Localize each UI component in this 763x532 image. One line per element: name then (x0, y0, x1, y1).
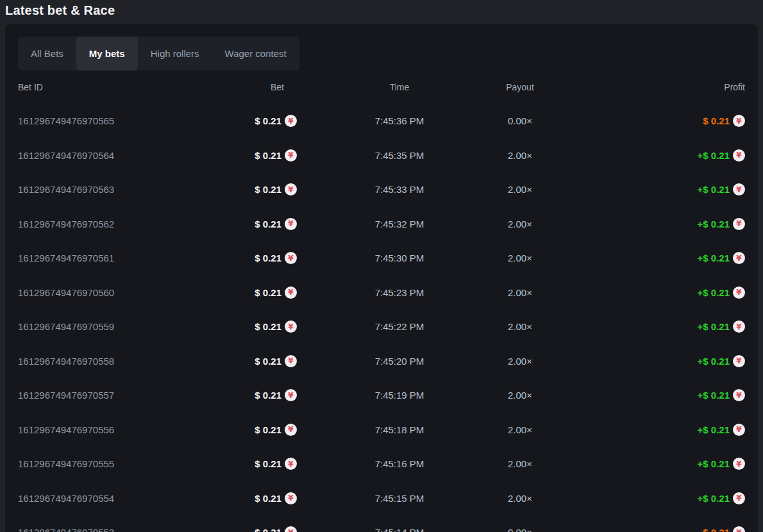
table-row[interactable]: 161296749476970558$ 0.21¥7:45:20 PM2.00×… (18, 344, 745, 379)
payout-cell: 2.00× (502, 390, 538, 401)
bet-amount-cell: $ 0.21¥ (197, 115, 297, 127)
table-row[interactable]: 161296749476970559$ 0.21¥7:45:22 PM2.00×… (18, 310, 745, 344)
profit-cell: +$ 0.21¥ (538, 458, 745, 470)
bet-amount-cell: $ 0.21¥ (197, 320, 297, 333)
payout-cell: 2.00× (502, 493, 538, 504)
profit-cell: +$ 0.21¥ (538, 287, 745, 299)
time-cell: 7:45:20 PM (297, 356, 502, 367)
bet-amount: $ 0.21 (255, 253, 281, 263)
bet-id-cell: 161296749476970556 (18, 424, 197, 435)
time-cell: 7:45:36 PM (297, 115, 502, 126)
profit-cell: $ 0.21¥ (538, 526, 745, 532)
currency-jpy-icon: ¥ (285, 526, 297, 532)
page-title: Latest bet & Race (5, 3, 763, 18)
currency-jpy-icon: ¥ (285, 252, 297, 264)
bet-amount-cell: $ 0.21¥ (197, 389, 297, 401)
time-cell: 7:45:14 PM (297, 527, 502, 532)
bet-amount-cell: $ 0.21¥ (197, 218, 297, 230)
table-row[interactable]: 161296749476970554$ 0.21¥7:45:15 PM2.00×… (18, 481, 745, 516)
currency-jpy-icon: ¥ (285, 492, 297, 504)
profit-amount: +$ 0.21 (698, 356, 730, 367)
profit-cell: +$ 0.21¥ (538, 149, 745, 162)
bet-amount-cell: $ 0.21¥ (197, 492, 297, 504)
bets-tab-bar: All BetsMy betsHigh rollersWager contest (18, 37, 299, 71)
currency-jpy-icon: ¥ (285, 424, 297, 436)
currency-jpy-icon: ¥ (285, 458, 297, 470)
bet-amount-cell: $ 0.21¥ (197, 458, 297, 470)
profit-cell: +$ 0.21¥ (538, 355, 745, 367)
bet-amount: $ 0.21 (255, 321, 281, 332)
time-cell: 7:45:23 PM (297, 287, 502, 298)
payout-cell: 2.00× (502, 424, 538, 435)
time-cell: 7:45:19 PM (297, 390, 502, 401)
currency-jpy-icon: ¥ (733, 526, 745, 532)
payout-cell: 2.00× (502, 150, 538, 161)
currency-jpy-icon: ¥ (285, 355, 297, 367)
tab-high-rollers[interactable]: High rollers (138, 37, 212, 71)
currency-jpy-icon: ¥ (285, 149, 297, 162)
table-row[interactable]: 161296749476970565$ 0.21¥7:45:36 PM0.00×… (18, 104, 745, 138)
table-row[interactable]: 161296749476970555$ 0.21¥7:45:16 PM2.00×… (18, 447, 745, 481)
bet-id-cell: 161296749476970560 (18, 287, 197, 298)
bet-id-cell: 161296749476970553 (18, 527, 197, 532)
payout-cell: 2.00× (502, 219, 538, 229)
currency-jpy-icon: ¥ (733, 183, 745, 195)
bet-amount: $ 0.21 (255, 184, 281, 195)
bet-id-cell: 161296749476970562 (18, 219, 197, 229)
bet-id-cell: 161296749476970565 (18, 115, 197, 126)
profit-amount: +$ 0.21 (698, 321, 730, 332)
table-row[interactable]: 161296749476970553$ 0.21¥7:45:14 PM0.00×… (18, 515, 745, 532)
tab-all-bets[interactable]: All Bets (18, 37, 76, 71)
profit-cell: +$ 0.21¥ (538, 320, 745, 333)
time-cell: 7:45:15 PM (297, 493, 502, 504)
table-row[interactable]: 161296749476970556$ 0.21¥7:45:18 PM2.00×… (18, 413, 745, 447)
tab-my-bets[interactable]: My bets (76, 37, 138, 71)
table-row[interactable]: 161296749476970563$ 0.21¥7:45:33 PM2.00×… (18, 172, 745, 207)
currency-jpy-icon: ¥ (733, 355, 745, 367)
time-cell: 7:45:35 PM (297, 150, 502, 161)
currency-jpy-icon: ¥ (733, 252, 745, 264)
bet-amount-cell: $ 0.21¥ (197, 424, 297, 436)
profit-amount: +$ 0.21 (698, 424, 730, 435)
bet-amount: $ 0.21 (255, 356, 281, 367)
profit-amount: +$ 0.21 (698, 150, 730, 161)
profit-cell: +$ 0.21¥ (538, 218, 745, 230)
currency-jpy-icon: ¥ (285, 218, 297, 230)
payout-cell: 2.00× (502, 253, 538, 263)
currency-jpy-icon: ¥ (733, 287, 745, 299)
bet-amount: $ 0.21 (255, 458, 281, 469)
bet-amount: $ 0.21 (255, 390, 281, 401)
profit-cell: $ 0.21¥ (538, 115, 745, 127)
profit-amount: +$ 0.21 (698, 253, 730, 263)
table-row[interactable]: 161296749476970564$ 0.21¥7:45:35 PM2.00×… (18, 138, 745, 173)
bet-amount: $ 0.21 (255, 424, 281, 435)
payout-cell: 2.00× (502, 321, 538, 332)
bet-id-cell: 161296749476970564 (18, 150, 197, 161)
bet-amount-cell: $ 0.21¥ (197, 252, 297, 264)
bet-amount-cell: $ 0.21¥ (197, 287, 297, 299)
payout-cell: 2.00× (502, 458, 538, 469)
time-cell: 7:45:32 PM (297, 219, 502, 229)
table-row[interactable]: 161296749476970561$ 0.21¥7:45:30 PM2.00×… (18, 241, 745, 276)
profit-amount: +$ 0.21 (698, 184, 730, 195)
profit-cell: +$ 0.21¥ (538, 424, 745, 436)
table-header-row: Bet IDBetTimePayoutProfit (18, 71, 745, 104)
bet-amount-cell: $ 0.21¥ (197, 355, 297, 367)
bet-amount: $ 0.21 (255, 527, 281, 532)
profit-amount: +$ 0.21 (698, 390, 730, 401)
bet-amount: $ 0.21 (255, 493, 281, 504)
profit-cell: +$ 0.21¥ (538, 492, 745, 504)
bet-id-cell: 161296749476970557 (18, 390, 197, 401)
bet-amount: $ 0.21 (255, 287, 281, 298)
bet-id-cell: 161296749476970555 (18, 458, 197, 469)
bet-id-cell: 161296749476970554 (18, 493, 197, 504)
table-row[interactable]: 161296749476970560$ 0.21¥7:45:23 PM2.00×… (18, 276, 745, 310)
bet-id-cell: 161296749476970559 (18, 321, 197, 332)
profit-cell: +$ 0.21¥ (538, 389, 745, 401)
tab-wager-contest[interactable]: Wager contest (212, 37, 299, 71)
time-cell: 7:45:22 PM (297, 321, 502, 332)
profit-amount: $ 0.21 (703, 527, 730, 532)
table-row[interactable]: 161296749476970557$ 0.21¥7:45:19 PM2.00×… (18, 378, 745, 413)
bets-card: All BetsMy betsHigh rollersWager contest… (5, 24, 758, 532)
table-row[interactable]: 161296749476970562$ 0.21¥7:45:32 PM2.00×… (18, 207, 745, 242)
